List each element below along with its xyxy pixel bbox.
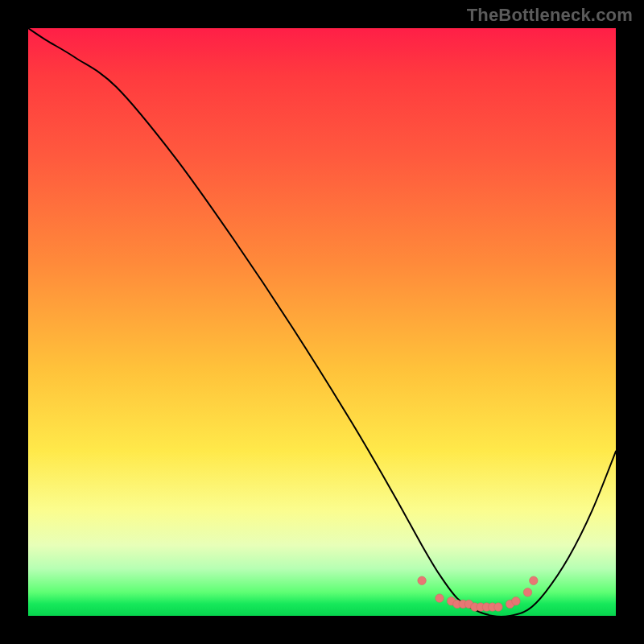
trough-marker [494,603,502,611]
trough-marker [523,588,531,597]
watermark-text: TheBottleneck.com [467,5,633,26]
chart-frame: TheBottleneck.com [0,0,644,644]
trough-marker [418,576,426,584]
trough-marker [436,594,444,602]
bottleneck-curve-line [28,28,616,617]
trough-marker [512,597,520,605]
plot-area [28,28,616,616]
trough-marker [530,576,538,584]
chart-svg [28,28,616,616]
trough-markers-group [418,576,538,611]
